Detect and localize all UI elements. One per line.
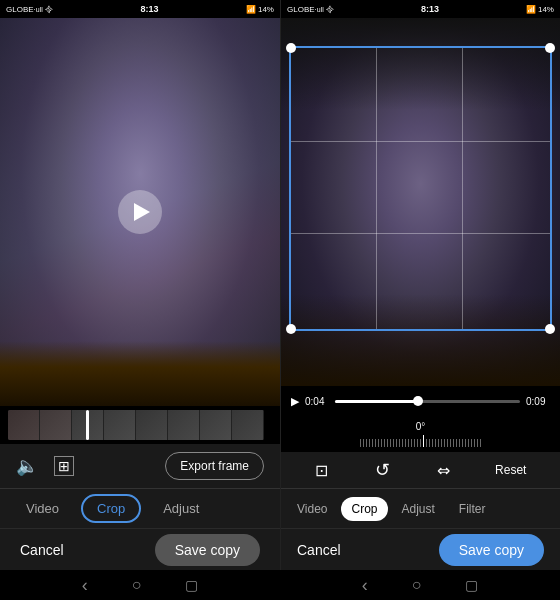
rotate-icon[interactable]: ↺ [375, 459, 390, 481]
status-left-battery: 📶 14% [246, 5, 274, 14]
right-crop-tools: ⊡ ↺ ⇔ Reset [281, 452, 560, 488]
play-button[interactable] [118, 190, 162, 234]
aspect-ratio-icon[interactable]: ⊡ [315, 461, 328, 480]
right-tab-filter[interactable]: Filter [449, 497, 496, 521]
status-left-carrier: GLOBE·ull 令 [6, 4, 53, 15]
left-home-icon[interactable]: ○ [132, 576, 142, 594]
export-frame-button[interactable]: Export frame [165, 452, 264, 480]
right-tab-crop[interactable]: Crop [341, 497, 387, 521]
progress-track[interactable] [335, 400, 520, 403]
angle-ruler[interactable] [281, 435, 560, 447]
left-cancel-button[interactable]: Cancel [20, 542, 64, 558]
left-tabs: Video Crop Adjust [0, 488, 280, 528]
volume-icon[interactable]: 🔈 [16, 455, 38, 477]
end-time: 0:09 [526, 396, 550, 407]
right-back-icon[interactable]: ‹ [362, 575, 368, 596]
left-tab-crop[interactable]: Crop [81, 494, 141, 523]
filmstrip [8, 410, 264, 440]
right-home-icon[interactable]: ○ [412, 576, 422, 594]
right-video-preview[interactable] [281, 18, 560, 386]
right-recent-icon[interactable]: ▢ [465, 577, 478, 593]
status-right-carrier: GLOBE·ull 令 [287, 4, 334, 15]
caption-icon[interactable]: ⊞ [54, 456, 74, 476]
right-play-icon[interactable]: ▶ [291, 395, 299, 408]
left-save-copy-button[interactable]: Save copy [155, 534, 260, 566]
right-tabs: Video Crop Adjust Filter [281, 488, 560, 528]
left-nav: ‹ ○ ▢ [0, 570, 280, 600]
left-back-icon[interactable]: ‹ [82, 575, 88, 596]
left-video-preview[interactable] [0, 18, 280, 406]
right-save-copy-button[interactable]: Save copy [439, 534, 544, 566]
right-panel: ▶ 0:04 0:09 0° [280, 18, 560, 570]
flip-icon[interactable]: ⇔ [437, 461, 448, 480]
right-tab-adjust[interactable]: Adjust [392, 497, 445, 521]
thumbnail-strip [0, 406, 280, 444]
right-tab-video[interactable]: Video [287, 497, 337, 521]
progress-thumb[interactable] [413, 396, 423, 406]
angle-value: 0° [416, 421, 426, 432]
status-right-battery: 📶 14% [526, 5, 554, 14]
left-controls: 🔈 ⊞ Export frame [0, 444, 280, 488]
nav-bar: ‹ ○ ▢ ‹ ○ ▢ [0, 570, 560, 600]
status-right-time: 8:13 [421, 4, 439, 14]
right-cancel-button[interactable]: Cancel [297, 542, 341, 558]
right-nav: ‹ ○ ▢ [280, 570, 560, 600]
left-tab-video[interactable]: Video [12, 496, 73, 521]
angle-bar: 0° [281, 416, 560, 452]
left-panel: 🔈 ⊞ Export frame Video Crop Adjust Cance… [0, 18, 280, 570]
left-recent-icon[interactable]: ▢ [185, 577, 198, 593]
reset-button[interactable]: Reset [495, 463, 526, 477]
right-playback-bar: ▶ 0:04 0:09 [281, 386, 560, 416]
left-tab-adjust[interactable]: Adjust [149, 496, 213, 521]
status-left-time: 8:13 [140, 4, 158, 14]
current-time: 0:04 [305, 396, 329, 407]
right-action-row: Cancel Save copy [281, 528, 560, 570]
left-action-row: Cancel Save copy [0, 528, 280, 570]
